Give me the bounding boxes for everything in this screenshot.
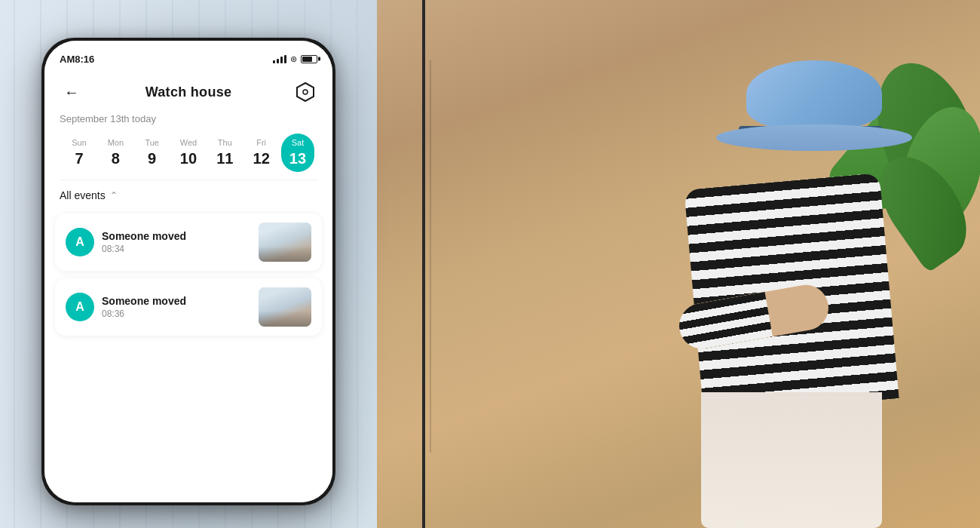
svg-marker-0 <box>297 83 314 101</box>
status-time: AM8:16 <box>60 54 94 65</box>
status-bar: AM8:16 ⊛ <box>44 41 332 71</box>
thumb-content <box>259 287 311 327</box>
calendar-row: Sun7Mon8Tue9Wed10Thu11Fri12Sat13 <box>60 134 317 172</box>
hat <box>731 60 897 151</box>
event-time: 08:36 <box>102 309 251 319</box>
cal-day-name: Thu <box>218 138 232 147</box>
wifi-icon: ⊛ <box>290 54 297 64</box>
event-info: Someone moved08:34 <box>102 230 251 254</box>
date-label: September 13th today <box>60 113 317 124</box>
calendar-day-7[interactable]: Sun7 <box>63 134 96 172</box>
cal-day-name: Sun <box>72 138 87 147</box>
cal-day-number: 13 <box>289 150 306 167</box>
events-list: ASomeone moved08:34ASomeone moved08:36 <box>44 210 332 502</box>
app-header: ← Watch house <box>44 71 332 110</box>
signal-icon <box>273 55 286 63</box>
cal-day-number: 9 <box>148 150 156 167</box>
cal-day-number: 10 <box>180 150 197 167</box>
event-icon-letter: A <box>75 235 84 249</box>
thumb-overlay <box>259 246 311 262</box>
events-filter[interactable]: All events ⌃ <box>44 180 332 210</box>
person-body <box>678 151 890 528</box>
cal-day-name: Fri <box>256 138 266 147</box>
filter-label: All events <box>60 189 106 201</box>
event-title: Someone moved <box>102 230 251 242</box>
cal-day-number: 11 <box>216 150 233 167</box>
event-card-1[interactable]: ASomeone moved08:36 <box>55 278 322 336</box>
event-thumbnail <box>259 223 311 262</box>
phone-outer: AM8:16 ⊛ <box>41 38 335 505</box>
bg-right <box>377 0 980 528</box>
event-time: 08:34 <box>102 244 251 254</box>
settings-hex-icon <box>296 82 315 102</box>
status-icons: ⊛ <box>273 54 317 64</box>
event-thumbnail <box>259 287 311 327</box>
calendar-day-9[interactable]: Tue9 <box>136 134 169 172</box>
calendar-day-10[interactable]: Wed10 <box>172 134 205 172</box>
cal-day-number: 8 <box>112 150 120 167</box>
thumb-overlay <box>259 311 311 327</box>
app-title: Watch house <box>145 84 232 100</box>
thumb-content <box>259 223 311 262</box>
filter-chevron-icon: ⌃ <box>110 190 118 201</box>
phone-mockup: AM8:16 ⊛ <box>41 38 335 505</box>
battery-fill <box>302 57 312 62</box>
date-section: September 13th today Sun7Mon8Tue9Wed10Th… <box>44 110 332 180</box>
hat-crown <box>746 60 882 128</box>
person <box>663 38 920 528</box>
app-content: ← Watch house September 13th today <box>44 71 332 502</box>
door-frame <box>422 0 425 528</box>
calendar-day-12[interactable]: Fri12 <box>245 134 278 172</box>
cal-day-name: Mon <box>108 138 124 147</box>
hat-brim <box>716 124 912 151</box>
event-info: Someone moved08:36 <box>102 295 251 319</box>
calendar-day-11[interactable]: Thu11 <box>208 134 241 172</box>
event-title: Someone moved <box>102 295 251 307</box>
event-icon: A <box>66 228 94 256</box>
phone-screen: AM8:16 ⊛ <box>44 41 332 502</box>
event-icon-letter: A <box>75 300 84 314</box>
cal-day-name: Wed <box>180 138 197 147</box>
battery-icon <box>301 55 317 63</box>
cal-day-name: Tue <box>145 138 159 147</box>
cal-day-name: Sat <box>292 138 305 147</box>
pants <box>701 392 882 528</box>
cal-day-number: 12 <box>253 150 270 167</box>
settings-button[interactable] <box>293 80 317 104</box>
event-card-0[interactable]: ASomeone moved08:34 <box>55 213 322 271</box>
back-button[interactable]: ← <box>60 80 84 104</box>
event-icon: A <box>66 293 94 321</box>
back-arrow-icon: ← <box>64 84 79 101</box>
cal-day-number: 7 <box>75 150 83 167</box>
calendar-day-8[interactable]: Mon8 <box>99 134 132 172</box>
calendar-day-13[interactable]: Sat13 <box>281 134 314 172</box>
door-panel-line <box>430 60 431 453</box>
svg-point-1 <box>303 90 308 94</box>
